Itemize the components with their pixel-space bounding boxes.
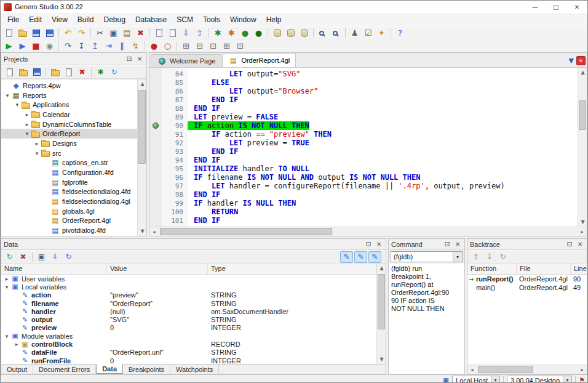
data-row-local-variables[interactable]: ▾▣Local variables bbox=[1, 283, 376, 291]
scroll-down-icon[interactable]: ▼ bbox=[138, 227, 146, 236]
host-selector[interactable]: Local Host ▾ bbox=[452, 376, 500, 383]
tree-item-designs[interactable]: ▸Designs bbox=[1, 139, 137, 148]
editor-vscroll-track[interactable] bbox=[578, 77, 587, 217]
tab-data[interactable]: Data bbox=[96, 364, 123, 374]
data-row-handler[interactable]: ✎handler(null)om.SaxDocumentHandler bbox=[1, 307, 376, 315]
code-line-95[interactable]: 95INITIALIZE handler TO NULL bbox=[149, 164, 578, 173]
expander-open-icon[interactable]: ▾ bbox=[3, 333, 10, 339]
cut-button[interactable]: ✂ bbox=[93, 27, 106, 39]
new-project-file-button[interactable] bbox=[3, 67, 16, 78]
add-group-button[interactable] bbox=[49, 67, 62, 78]
interrupt-button[interactable]: ↯ bbox=[129, 40, 142, 52]
stop-button[interactable]: ■ bbox=[30, 40, 42, 52]
remove-item-button[interactable]: ✖ bbox=[76, 67, 89, 78]
menu-tools[interactable]: Tools bbox=[198, 14, 225, 26]
data-row-preview[interactable]: ✎preview0INTEGER bbox=[1, 324, 376, 332]
tree-item-configuration-4fd[interactable]: ▤Configuration.4fd bbox=[1, 167, 137, 177]
pause-button[interactable]: ‖ bbox=[116, 40, 129, 52]
code-line-91[interactable]: 91 IF action == "preview" THEN bbox=[149, 130, 578, 139]
close-document-button[interactable]: ✕ bbox=[576, 56, 586, 65]
backtrace-frame-main[interactable]: main()OrderReport.4gl49 bbox=[467, 283, 587, 292]
tree-item-calendar[interactable]: ▸Calendar bbox=[1, 110, 137, 119]
profile-button[interactable]: ◉ bbox=[43, 40, 56, 52]
code-line-99[interactable]: 99IF handler IS NULL THEN bbox=[149, 199, 578, 208]
build-project-button[interactable]: ✱ bbox=[94, 67, 107, 78]
data-row-user-variables[interactable]: ▸▣User variables bbox=[1, 275, 376, 283]
data-row-action[interactable]: ✎action"preview"STRING bbox=[1, 291, 376, 299]
run-button[interactable]: ▶ bbox=[2, 40, 15, 52]
pin-window-button[interactable]: ⊡ bbox=[234, 40, 247, 52]
tree-item-fglprofile[interactable]: ▤fglprofile bbox=[1, 177, 137, 187]
data-row-output[interactable]: ✎output"SVG"STRING bbox=[1, 315, 376, 323]
data-scroll-thumb[interactable] bbox=[378, 274, 385, 329]
replace-button[interactable] bbox=[330, 27, 343, 39]
tree-item-applications[interactable]: ▾Applications bbox=[1, 100, 137, 110]
redo-button[interactable]: ↷ bbox=[75, 27, 88, 39]
data-row-datafile[interactable]: ✎dataFile"OrderReport.unl"STRING bbox=[1, 349, 376, 357]
save-file-button[interactable] bbox=[30, 27, 42, 39]
code-line-93[interactable]: 93 END IF bbox=[149, 147, 578, 156]
tree-item-orderreport-4gl[interactable]: ▤OrderReport.4gl bbox=[1, 216, 137, 226]
code-line-100[interactable]: 100 RETURN bbox=[149, 208, 578, 216]
code-line-101[interactable]: 101END IF bbox=[149, 216, 578, 225]
tree-item-reports-4pw[interactable]: ◆Reports.4pw bbox=[1, 81, 137, 91]
paste-button[interactable]: ▤ bbox=[121, 27, 133, 39]
code-editor[interactable]: 84 LET output="SVG"85 ELSE86 LET output=… bbox=[149, 68, 578, 227]
user-manager-button[interactable]: ♟ bbox=[348, 27, 361, 39]
editor-vertical-scrollbar[interactable]: ▲ ▼ bbox=[578, 68, 587, 227]
expander-closed-icon[interactable]: ▸ bbox=[33, 140, 41, 147]
projects-scroll-track[interactable] bbox=[138, 89, 146, 227]
rebuild-button[interactable]: ✱ bbox=[225, 27, 238, 39]
backtrace-hscroll-thumb[interactable] bbox=[478, 366, 533, 373]
code-line-94[interactable]: 94END IF bbox=[149, 156, 578, 164]
expander-closed-icon[interactable]: ▸ bbox=[23, 111, 31, 118]
scroll-left-icon[interactable]: ◂ bbox=[467, 365, 477, 374]
scroll-right-icon[interactable]: ▸ bbox=[578, 227, 587, 236]
backtrace-close-button[interactable]: × bbox=[576, 240, 584, 249]
undo-button[interactable]: ↶ bbox=[62, 27, 74, 39]
move-down-stack-button[interactable]: ↧ bbox=[483, 251, 496, 263]
tab-welcome-page[interactable]: Welcome Page bbox=[151, 54, 221, 67]
projects-float-button[interactable]: ⊡ bbox=[125, 55, 133, 63]
layout-default-button[interactable]: ⊞ bbox=[180, 40, 193, 52]
step-out-button[interactable]: ↥ bbox=[89, 40, 101, 52]
expander-open-icon[interactable]: ▾ bbox=[14, 102, 21, 108]
layout-code-button[interactable]: ⊟ bbox=[193, 40, 206, 52]
menu-view[interactable]: View bbox=[47, 14, 73, 26]
expander-open-icon[interactable]: ▾ bbox=[3, 284, 10, 290]
backtrace-frame-runreport[interactable]: →runReport()OrderReport.4gl90 bbox=[467, 275, 587, 283]
delete-watch-button[interactable]: ✖ bbox=[17, 251, 30, 263]
data-row-controlblock[interactable]: ▸▣controlBlockRECORD bbox=[1, 340, 376, 348]
expander-open-icon[interactable]: ▾ bbox=[4, 92, 11, 99]
tree-item-globals-4gl[interactable]: ▤globals.4gl bbox=[1, 206, 137, 216]
refresh-backtrace-button[interactable]: ↻ bbox=[496, 251, 509, 263]
tree-item-pivotdialog-4fd[interactable]: ▤pivotdialog.4fd bbox=[1, 225, 137, 235]
help-button[interactable]: ? bbox=[394, 27, 407, 39]
refresh-project-button[interactable]: ↻ bbox=[108, 67, 121, 78]
tab-watchpoints[interactable]: Watchpoints bbox=[170, 365, 219, 374]
code-line-86[interactable]: 86 LET output="Browser" bbox=[149, 87, 578, 95]
expander-closed-icon[interactable]: ▸ bbox=[23, 121, 31, 127]
save-project-button[interactable] bbox=[30, 67, 43, 78]
scroll-left-icon[interactable]: ◂ bbox=[149, 227, 159, 236]
projects-scroll-thumb[interactable] bbox=[138, 90, 146, 164]
scroll-right-icon[interactable]: ▸ bbox=[578, 365, 587, 374]
execute-button[interactable]: ● bbox=[239, 27, 252, 39]
editor-hscroll-thumb[interactable] bbox=[160, 228, 332, 235]
tree-item-orderreport[interactable]: ▾OrderReport bbox=[1, 129, 137, 139]
tab-breakpoints[interactable]: Breakpoints bbox=[123, 365, 170, 374]
chevron-down-icon[interactable]: ▾ bbox=[491, 376, 499, 383]
code-line-97[interactable]: 97 LET handler = configureReport(filenam… bbox=[149, 182, 578, 190]
build-button[interactable]: ✱ bbox=[212, 27, 224, 39]
menu-scm[interactable]: SCM bbox=[172, 14, 198, 26]
tab-orderreport-4gl[interactable]: ▤OrderReport.4gl bbox=[222, 53, 296, 67]
code-line-87[interactable]: 87 END IF bbox=[149, 95, 578, 104]
expander-open-icon[interactable]: ▾ bbox=[33, 150, 41, 156]
data-close-button[interactable]: × bbox=[375, 240, 383, 249]
import-file-button[interactable]: ⇩ bbox=[180, 27, 193, 39]
step-over-button[interactable]: ↷ bbox=[62, 40, 74, 52]
new-report-button[interactable] bbox=[166, 27, 179, 39]
refresh-data-button[interactable]: ↻ bbox=[3, 251, 16, 263]
menu-build[interactable]: Build bbox=[73, 14, 99, 26]
scroll-up-icon[interactable]: ▲ bbox=[138, 79, 146, 89]
